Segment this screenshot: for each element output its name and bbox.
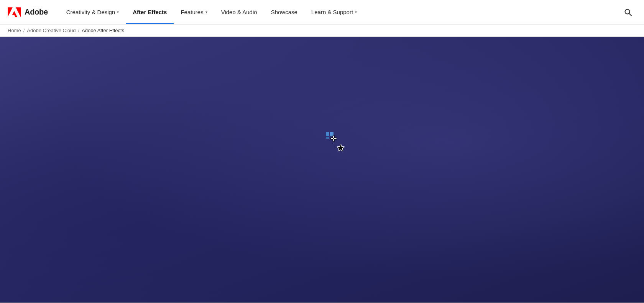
- main-nav: Creativity & Design ▾ After Effects Feat…: [59, 0, 621, 24]
- adobe-wordmark: Adobe: [25, 8, 48, 16]
- breadcrumb: Home / Adobe Creative Cloud / Adobe Afte…: [0, 25, 644, 37]
- chevron-down-icon: ▾: [117, 10, 119, 14]
- svg-rect-5: [326, 132, 329, 136]
- chevron-down-icon: ▾: [355, 10, 357, 14]
- header-right-area: [621, 5, 644, 19]
- nav-label-after-effects: After Effects: [133, 9, 167, 15]
- breadcrumb-separator-2: /: [78, 28, 80, 33]
- search-button[interactable]: [621, 5, 635, 19]
- breadcrumb-current: Adobe After Effects: [82, 28, 124, 33]
- nav-item-after-effects[interactable]: After Effects: [126, 0, 174, 24]
- adobe-logo-icon: [8, 7, 21, 17]
- nav-label-video-audio: Video & Audio: [221, 9, 257, 15]
- breadcrumb-separator-1: /: [23, 28, 25, 33]
- adobe-logo-link[interactable]: Adobe: [8, 7, 48, 17]
- nav-item-learn-support[interactable]: Learn & Support ▾: [304, 0, 364, 24]
- svg-marker-2: [12, 11, 17, 17]
- nav-label-learn-support: Learn & Support: [311, 9, 353, 15]
- chevron-down-icon: ▾: [205, 10, 207, 14]
- nav-item-video-audio[interactable]: Video & Audio: [214, 0, 264, 24]
- breadcrumb-creative-cloud[interactable]: Adobe Creative Cloud: [27, 28, 76, 33]
- site-header: Adobe Creativity & Design ▾ After Effect…: [0, 0, 644, 25]
- nav-label-features: Features: [181, 9, 203, 15]
- svg-rect-6: [330, 132, 334, 136]
- nav-item-creativity-design[interactable]: Creativity & Design ▾: [59, 0, 126, 24]
- filmstrip-icon: [326, 132, 334, 141]
- star-icon: ★: [337, 142, 345, 153]
- search-icon: [624, 8, 632, 16]
- svg-line-4: [629, 13, 631, 16]
- nav-label-showcase: Showcase: [271, 9, 297, 15]
- nav-item-features[interactable]: Features ▾: [174, 0, 214, 24]
- breadcrumb-home[interactable]: Home: [8, 28, 21, 33]
- hero-section: ✛ ★: [0, 37, 644, 303]
- svg-marker-1: [8, 7, 13, 17]
- svg-rect-7: [326, 137, 329, 139]
- nav-label-creativity-design: Creativity & Design: [66, 9, 115, 15]
- nav-item-showcase[interactable]: Showcase: [264, 0, 304, 24]
- move-cursor-icon: ✛: [330, 134, 337, 143]
